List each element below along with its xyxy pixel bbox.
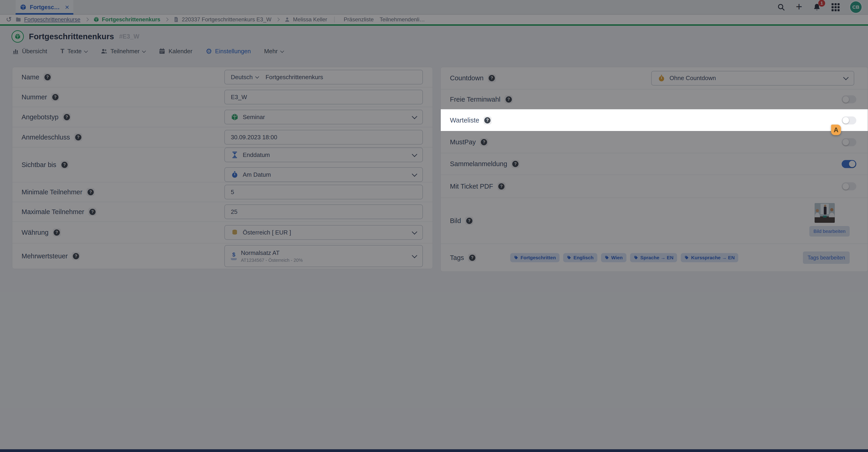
tab-einstellungen[interactable]: ⚙ Einstellungen [206, 48, 251, 55]
chevron-down-icon [412, 253, 417, 258]
field-label: Countdown ? [450, 74, 496, 82]
sichtbar-bis-value-1: Enddatum [243, 151, 270, 159]
anmeldeschluss-input[interactable]: 30.09.2023 18:00 [224, 130, 423, 145]
mit-ticket-pdf-toggle[interactable] [842, 182, 856, 191]
waehrung-select[interactable]: Österreich [ EUR ] [224, 225, 423, 240]
help-icon[interactable]: ? [53, 228, 61, 236]
bild-bearbeiten-button[interactable]: Bild bearbeiten [809, 226, 850, 236]
name-input[interactable]: Deutsch Fortgeschrittenenkurs [224, 70, 423, 84]
warteliste-toggle[interactable] [842, 116, 856, 124]
tax-icon: $ [231, 252, 237, 260]
breadcrumb-item-kurs[interactable]: Fortgeschrittenenkurs [93, 16, 160, 23]
field-label: Name ? [22, 73, 52, 81]
countdown-select[interactable]: Ohne Countdown [651, 71, 854, 86]
add-icon[interactable]: + [796, 1, 802, 12]
help-icon[interactable]: ? [504, 95, 513, 104]
help-icon[interactable]: ? [86, 188, 95, 196]
nummer-input[interactable]: E3_W [224, 90, 423, 104]
name-value: Fortgeschrittenenkurs [266, 74, 323, 81]
field-label: Währung ? [22, 228, 61, 236]
breadcrumb: ↺ Fortgeschrittenenkurse Fortgeschritten… [0, 15, 868, 24]
chevron-down-icon [280, 49, 284, 53]
tab-uebersicht[interactable]: Übersicht [12, 48, 47, 55]
tag-icon [567, 255, 571, 260]
course-accent-line [0, 24, 868, 26]
help-icon[interactable]: ? [88, 208, 96, 216]
help-icon[interactable]: ? [51, 93, 59, 101]
help-icon[interactable]: ? [488, 74, 496, 82]
help-icon[interactable]: ? [61, 161, 69, 169]
field-label: Sammelanmeldung ? [450, 160, 520, 168]
mehrwertsteuer-control: $ Normalsatz AT AT1234567 - Österreich -… [224, 245, 423, 267]
tab-texte[interactable]: T Texte [61, 48, 87, 55]
course-type-icon [11, 30, 24, 43]
help-icon[interactable]: ? [74, 133, 82, 141]
breadcrumb-item-person[interactable]: Melissa Keller [284, 16, 327, 23]
min-teilnehmer-value: 5 [231, 189, 234, 196]
row-mit-ticket-pdf: Mit Ticket PDF ? [441, 175, 868, 198]
max-teilnehmer-input[interactable]: 25 [224, 204, 423, 219]
anmeldeschluss-value: 30.09.2023 18:00 [231, 134, 277, 141]
waehrung-control: Österreich [ EUR ] [224, 225, 423, 240]
help-icon[interactable]: ? [465, 217, 473, 225]
help-icon[interactable]: ? [480, 138, 488, 146]
search-icon[interactable] [777, 3, 785, 11]
mustpay-toggle[interactable] [842, 138, 856, 146]
help-icon[interactable]: ? [512, 160, 520, 168]
active-tab-underline [16, 13, 73, 15]
breadcrumb-item-kurse[interactable]: Fortgeschrittenenkurse [16, 16, 80, 23]
chevron-down-icon [412, 114, 417, 119]
breadcrumb-divider [334, 17, 335, 23]
sichtbar-bis-select-2[interactable]: Am Datum [224, 167, 423, 182]
row-mustpay: MustPay ? [441, 131, 868, 153]
help-icon[interactable]: ? [43, 73, 52, 81]
notifications-bell-icon[interactable]: 1 [813, 3, 821, 11]
chevron-down-icon [412, 229, 417, 234]
freie-terminwahl-toggle[interactable] [842, 95, 856, 104]
tags-bearbeiten-button[interactable]: Tags bearbeiten [803, 252, 850, 264]
waehrung-value: Österreich [ EUR ] [243, 229, 291, 236]
min-teilnehmer-input[interactable]: 5 [224, 185, 423, 199]
text-icon: T [61, 48, 64, 54]
row-freie-terminwahl: Freie Terminwahl ? [441, 89, 868, 109]
print-teilnehmendenliste[interactable]: Teilnehmendenli… [377, 16, 425, 23]
angebotstyp-control: Seminar [224, 110, 423, 124]
help-icon[interactable]: ? [497, 182, 506, 191]
course-cube-icon [20, 4, 27, 10]
close-icon[interactable]: × [65, 3, 69, 11]
mehrwertsteuer-select[interactable]: $ Normalsatz AT AT1234567 - Österreich -… [224, 245, 423, 267]
row-warteliste: Warteliste ? A [441, 109, 868, 131]
nummer-value: E3_W [231, 94, 247, 101]
help-icon[interactable]: ? [484, 116, 492, 124]
row-countdown: Countdown ? Ohne Countdown [441, 67, 868, 89]
tag-icon [514, 255, 519, 260]
tag-icon [684, 255, 689, 260]
tab-teilnehmer[interactable]: Teilnehmer [101, 48, 145, 55]
avatar[interactable]: CB [850, 1, 862, 13]
tag-icon [604, 255, 609, 260]
nummer-control: E3_W [224, 90, 423, 104]
tab-mehr[interactable]: Mehr [264, 48, 283, 55]
chevron-down-icon [142, 49, 146, 53]
row-max-teilnehmer: Maximale Teilnehmer ? 25 [12, 202, 433, 221]
history-icon[interactable]: ↺ [6, 16, 12, 23]
settings-card-right: Countdown ? Ohne Countdown Freie Terminw… [440, 67, 868, 272]
field-label: Freie Terminwahl ? [450, 95, 513, 104]
print-praesenzliste[interactable]: Präsenzliste [342, 16, 374, 23]
language-select[interactable]: Deutsch [231, 74, 258, 81]
workspace-tab[interactable]: Fortgeschrittene… × [16, 0, 73, 14]
help-icon[interactable]: ? [72, 252, 80, 260]
sammelanmeldung-toggle[interactable] [842, 160, 856, 168]
apps-grid-icon[interactable] [832, 3, 840, 11]
chevron-down-icon [255, 75, 259, 79]
course-image[interactable] [815, 203, 835, 223]
tab-kalender[interactable]: Kalender [159, 48, 192, 55]
sichtbar-bis-select-1[interactable]: Enddatum [224, 147, 423, 162]
field-label: Minimale Teilnehmer ? [22, 188, 95, 196]
workspace-tabbar: Fortgeschrittene… × + 1 CB [0, 0, 868, 15]
name-control: Deutsch Fortgeschrittenenkurs [224, 70, 423, 84]
help-icon[interactable]: ? [468, 254, 476, 262]
angebotstyp-select[interactable]: Seminar [224, 110, 423, 124]
breadcrumb-item-termin[interactable]: 220337 Fortgeschrittenenkurs E3_W [173, 16, 271, 23]
help-icon[interactable]: ? [63, 113, 71, 121]
